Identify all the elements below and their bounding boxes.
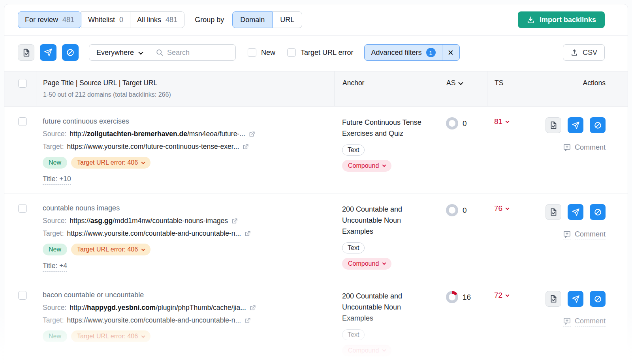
import-backlinks-button[interactable]: Import backlinks: [518, 11, 605, 28]
page-title-link[interactable]: countable nouns images: [43, 204, 322, 212]
block-icon: [594, 208, 602, 216]
filter-new-label: New: [261, 49, 275, 57]
anchor-compound-badge[interactable]: Compound: [342, 258, 391, 270]
anchor-type-text-badge: Text: [342, 144, 365, 156]
target-url-line: Target: https://www.yoursite.com/countab…: [43, 316, 322, 325]
checkbox[interactable]: [287, 48, 296, 57]
title-more-link[interactable]: Title: +10: [43, 175, 71, 185]
group-by-label: Group by: [195, 16, 224, 24]
filter-target-error-label: Target URL error: [301, 49, 353, 57]
table-header: Page Title | Source URL | Target URL 1-5…: [4, 71, 628, 107]
advanced-filters-count-badge: 1: [426, 48, 436, 57]
chevron-down-icon: [141, 247, 145, 251]
scope-value: Everywhere: [96, 49, 134, 57]
tab-all-links[interactable]: All links 481: [130, 11, 184, 28]
add-comment-button[interactable]: Comment: [563, 317, 606, 327]
move-to-review-button[interactable]: [545, 117, 561, 133]
external-link-icon[interactable]: [242, 143, 249, 150]
ts-score[interactable]: 76: [494, 204, 526, 213]
new-badge: New: [43, 244, 67, 255]
disavow-button[interactable]: [62, 44, 79, 61]
search-scope-select[interactable]: Everywhere: [89, 45, 150, 60]
send-to-whitelist-button[interactable]: [568, 117, 583, 133]
disavow-button[interactable]: [590, 117, 606, 133]
source-url-link[interactable]: https://asg.gg/mdd1m4nw/countable-nouns-…: [70, 217, 228, 225]
review-tabs: For review 481 Whitelist 0 All links 481: [18, 11, 184, 28]
chevron-down-icon: [506, 206, 510, 210]
page-title-link[interactable]: bacon countable or uncountable: [43, 291, 322, 299]
target-url-link[interactable]: https://www.yoursite.com/future-continuo…: [67, 143, 239, 151]
actions-cell: Comment: [526, 193, 628, 280]
target-error-badge[interactable]: Target URL error: 406: [71, 244, 150, 255]
header-title-cell: Page Title | Source URL | Target URL 1-5…: [36, 71, 334, 106]
target-error-badge[interactable]: Target URL error: 406: [71, 330, 150, 342]
send-to-whitelist-button[interactable]: [568, 204, 583, 220]
external-link-icon[interactable]: [244, 317, 251, 324]
target-url-link[interactable]: https://www.yoursite.com/countable-and-u…: [67, 229, 241, 238]
sort-by-as[interactable]: AS: [446, 79, 463, 87]
as-score-value: 16: [463, 293, 471, 302]
row-checkbox[interactable]: [18, 117, 27, 126]
header-anchor-cell: Anchor: [334, 71, 439, 106]
target-label: Target:: [43, 143, 64, 151]
search-input[interactable]: [167, 49, 226, 57]
tab-count: 481: [166, 16, 177, 24]
send-to-whitelist-button[interactable]: [40, 44, 56, 61]
header-pagination-note: 1-50 out of 212 domains (total backlinks…: [43, 91, 322, 98]
chevron-down-icon: [382, 163, 386, 167]
header-ts-cell: TS: [487, 71, 526, 106]
tab-label: All links: [137, 16, 161, 24]
external-link-icon[interactable]: [249, 304, 256, 311]
actions-toolbar: Everywhere New Target URL error Advanced…: [4, 36, 628, 71]
download-tray-icon: [527, 16, 535, 24]
checkbox[interactable]: [248, 48, 256, 57]
page-title-link[interactable]: future continuous exercises: [43, 117, 322, 126]
magnifier-icon: [156, 49, 164, 56]
group-by-url[interactable]: URL: [272, 11, 302, 28]
select-all-checkbox[interactable]: [18, 79, 27, 88]
block-icon: [594, 295, 602, 303]
target-label: Target:: [43, 316, 64, 325]
header-as-cell: AS: [439, 71, 487, 106]
anchor-cell: 200 Countable and Uncountable Noun Examp…: [334, 193, 439, 280]
top-toolbar: For review 481 Whitelist 0 All links 481…: [4, 4, 628, 36]
filter-new-checkbox[interactable]: New: [248, 48, 275, 57]
tab-whitelist[interactable]: Whitelist 0: [81, 11, 130, 28]
anchor-compound-badge[interactable]: Compound: [342, 345, 391, 356]
target-url-link[interactable]: https://www.yoursite.com/countable-and-u…: [67, 316, 241, 325]
add-comment-button[interactable]: Comment: [563, 230, 606, 240]
filter-target-error-checkbox[interactable]: Target URL error: [287, 48, 353, 57]
actions-cell: Comment: [526, 107, 628, 193]
source-url-line: Source: https://asg.gg/mdd1m4nw/countabl…: [43, 217, 322, 225]
title-more-link[interactable]: Title: +4: [43, 262, 67, 272]
disavow-button[interactable]: [590, 291, 606, 307]
table-row: countable nouns images Source: https://a…: [4, 193, 628, 280]
group-by-domain[interactable]: Domain: [232, 11, 273, 28]
advanced-filters-button[interactable]: Advanced filters 1 ✕: [364, 44, 459, 61]
row-checkbox[interactable]: [18, 291, 27, 300]
row-main-cell: countable nouns images Source: https://a…: [36, 193, 334, 280]
move-to-review-button[interactable]: [545, 204, 561, 220]
tab-for-review[interactable]: For review 481: [18, 11, 81, 28]
add-comment-button[interactable]: Comment: [563, 143, 606, 153]
move-to-review-button[interactable]: [545, 291, 561, 307]
send-to-whitelist-button[interactable]: [568, 291, 583, 307]
clear-filters-button[interactable]: ✕: [442, 45, 459, 60]
external-link-icon[interactable]: [248, 131, 256, 138]
target-error-badge[interactable]: Target URL error: 406: [71, 157, 150, 169]
external-link-icon[interactable]: [244, 230, 251, 237]
ts-score[interactable]: 81: [494, 117, 526, 126]
as-cell: 0: [439, 107, 487, 193]
export-csv-button[interactable]: CSV: [563, 44, 605, 61]
source-url-link[interactable]: http://zollgutachten-bremerhaven.de/msn4…: [70, 130, 245, 138]
external-link-icon[interactable]: [231, 218, 238, 225]
ts-score[interactable]: 72: [494, 291, 526, 300]
source-url-link[interactable]: http://happygd.yesbni.com/plugin/phpThum…: [70, 304, 246, 312]
disavow-button[interactable]: [590, 204, 606, 220]
move-to-review-button[interactable]: [18, 44, 34, 61]
anchor-compound-badge[interactable]: Compound: [342, 160, 391, 172]
row-checkbox[interactable]: [18, 204, 27, 213]
row-checkbox-cell: [4, 107, 36, 193]
anchor-cell: Future Continuous Tense Exercises and Qu…: [334, 107, 439, 193]
advanced-filters-label: Advanced filters: [371, 49, 421, 57]
